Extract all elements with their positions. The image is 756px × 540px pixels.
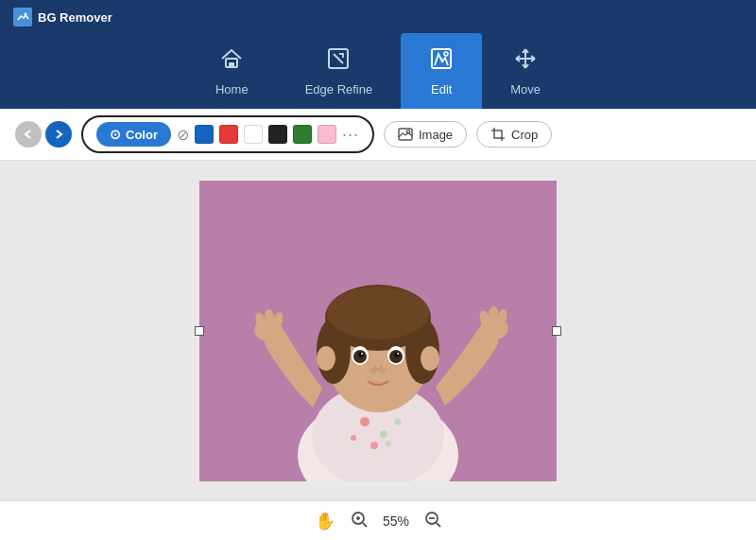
no-color-icon[interactable]: ⊘ — [177, 126, 189, 144]
svg-point-30 — [361, 353, 363, 355]
svg-point-15 — [395, 418, 402, 425]
color-toolbar-group: ⊙ Color ⊘ ··· — [81, 115, 374, 153]
undo-button[interactable] — [15, 121, 42, 148]
svg-point-14 — [351, 435, 356, 441]
nav-move-label: Move — [510, 82, 541, 96]
nav-edit-label: Edit — [431, 82, 452, 96]
crop-handle-middle-right[interactable] — [552, 326, 561, 336]
svg-point-29 — [395, 352, 400, 357]
color-swatch-blue[interactable] — [195, 125, 214, 144]
color-swatch-black[interactable] — [268, 125, 287, 144]
svg-rect-3 — [229, 62, 234, 67]
nav-bar: Home Edge Refine Edit — [187, 0, 569, 109]
color-button[interactable]: ⊙ Color — [96, 122, 171, 147]
svg-point-13 — [380, 430, 387, 438]
app-header: BG Remover Home Edge Refine — [0, 0, 756, 109]
image-container — [199, 181, 557, 481]
redo-button[interactable] — [45, 121, 72, 148]
nav-item-edit[interactable]: Edit — [401, 33, 482, 109]
svg-point-34 — [317, 346, 335, 371]
svg-point-23 — [327, 287, 429, 340]
zoom-level-display: 55% — [383, 514, 409, 529]
child-portrait — [199, 181, 557, 481]
svg-point-31 — [397, 353, 399, 355]
nav-item-move[interactable]: Move — [482, 33, 569, 109]
crop-icon — [490, 127, 506, 142]
zoom-out-button[interactable] — [424, 511, 441, 531]
edit-icon — [429, 46, 454, 77]
logo-icon — [13, 8, 32, 26]
svg-point-28 — [359, 352, 364, 357]
logo-text: BG Remover — [38, 10, 112, 25]
toolbar: ⊙ Color ⊘ ··· Image — [0, 109, 756, 161]
image-button[interactable]: Image — [384, 121, 467, 148]
svg-point-33 — [380, 367, 387, 374]
crop-button[interactable]: Crop — [476, 121, 552, 148]
main-content: ⊙ Color ⊘ ··· Image — [0, 109, 756, 540]
color-swatch-white[interactable] — [244, 125, 263, 144]
color-swatch-pink[interactable] — [318, 125, 336, 144]
svg-point-6 — [444, 52, 448, 56]
home-icon — [219, 46, 244, 77]
color-swatch-green[interactable] — [293, 125, 312, 144]
nav-item-edge-refine[interactable]: Edge Refine — [277, 33, 402, 109]
color-button-label: Color — [126, 128, 158, 142]
move-icon — [513, 46, 538, 77]
color-swatch-red[interactable] — [219, 125, 238, 144]
svg-point-32 — [370, 367, 377, 374]
canvas-area — [0, 161, 756, 500]
history-nav — [15, 121, 72, 148]
nav-home-label: Home — [215, 82, 249, 96]
zoom-in-button[interactable] — [351, 511, 368, 531]
image-icon — [398, 127, 413, 142]
crop-handle-middle-left[interactable] — [195, 326, 204, 336]
image-button-label: Image — [419, 128, 453, 142]
svg-point-35 — [421, 346, 439, 371]
svg-point-16 — [370, 442, 378, 449]
svg-line-50 — [437, 523, 440, 527]
svg-point-12 — [360, 417, 369, 427]
more-colors-button[interactable]: ··· — [342, 125, 359, 145]
bottom-bar: ✋ 55% — [0, 500, 756, 540]
svg-point-17 — [386, 441, 391, 446]
svg-line-47 — [363, 523, 367, 527]
edge-refine-icon — [326, 46, 351, 77]
color-wheel-icon: ⊙ — [110, 127, 121, 142]
app-logo: BG Remover — [13, 8, 112, 26]
svg-point-1 — [25, 13, 27, 16]
crop-button-label: Crop — [511, 128, 538, 142]
hand-tool-icon[interactable]: ✋ — [315, 511, 335, 531]
nav-edge-label: Edge Refine — [305, 82, 373, 96]
nav-item-home[interactable]: Home — [187, 33, 277, 109]
